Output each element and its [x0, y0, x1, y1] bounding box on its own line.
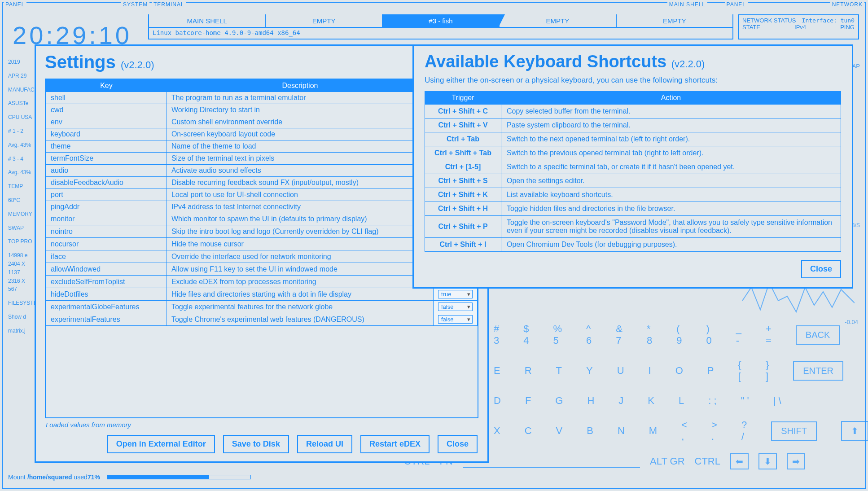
settings-save-to-disk-button[interactable]: Save to Disk — [223, 435, 289, 453]
key-ctrl[interactable]: CTRL — [695, 456, 720, 467]
key-i[interactable]: I — [649, 365, 651, 377]
settings-restart-edex-button[interactable]: Restart eDEX — [360, 435, 430, 453]
fs-mount-path: /home/squared — [27, 473, 72, 481]
net-col-ipv4: IPv4 — [794, 24, 806, 31]
key-back[interactable]: BACK — [796, 325, 840, 345]
key-0[interactable]: ) 0 — [706, 323, 711, 346]
uname-output: Linux batcore-home 4.9.0-9-amd64 x86_64 — [148, 28, 733, 39]
tab-0[interactable]: MAIN SHELL — [148, 14, 266, 27]
key-e[interactable]: E — [494, 365, 500, 377]
key-[interactable]: | \ — [773, 395, 781, 407]
settings-reload-ui-button[interactable]: Reload UI — [297, 435, 352, 453]
key-[interactable]: } ] — [766, 359, 769, 382]
key-r[interactable]: R — [525, 365, 532, 377]
setting-value[interactable]: true — [434, 288, 478, 301]
setting-key: keyboard — [46, 128, 167, 140]
setting-desc: Which monitor to spawn the UI in (defaul… — [167, 213, 433, 225]
key-[interactable]: ⬆ — [841, 421, 868, 441]
label-terminal: TERMINAL — [152, 1, 186, 8]
net-title: NETWORK STATUS — [742, 17, 796, 24]
settings-row: experimentalGlobeFeaturesToggle experime… — [46, 301, 478, 313]
setting-key: disableFeedbackAudio — [46, 177, 167, 189]
shortcut-row: Ctrl + Shift + PToggle the on-screen key… — [425, 216, 841, 238]
key-[interactable]: _ - — [736, 323, 741, 346]
key-n[interactable]: N — [618, 425, 625, 437]
settings-open-in-external-editor-button[interactable]: Open in External Editor — [107, 435, 215, 453]
key-[interactable]: : ; — [708, 395, 716, 407]
key-shift[interactable]: SHIFT — [771, 421, 817, 441]
shortcuts-version: (v2.2.0) — [671, 58, 705, 70]
tab-2[interactable]: #3 - fish — [383, 14, 500, 27]
key-y[interactable]: Y — [586, 365, 593, 377]
key-j[interactable]: J — [618, 395, 623, 407]
setting-desc: Skip the intro boot log and logo (Curren… — [167, 225, 433, 238]
key-v[interactable]: V — [556, 425, 563, 437]
key-[interactable]: " ' — [741, 395, 749, 407]
shortcut-row: Ctrl + Shift + IOpen Chromium Dev Tools … — [425, 238, 841, 252]
settings-close-button[interactable]: Close — [438, 435, 478, 453]
key-[interactable]: + = — [766, 323, 772, 346]
shortcuts-title: Available Keyboard Shortcuts (v2.2.0) — [425, 52, 841, 71]
key-p[interactable]: P — [707, 365, 714, 377]
shortcut-row: Ctrl + TabSwitch to the next opened term… — [425, 132, 841, 146]
key-[interactable]: ⬅ — [730, 453, 749, 469]
setting-desc: Override the interface used for network … — [167, 250, 433, 263]
setting-key: nocursor — [46, 238, 167, 250]
key-[interactable]: ➡ — [787, 453, 805, 469]
key-f[interactable]: F — [525, 395, 531, 407]
key-[interactable]: ⬇ — [758, 453, 777, 469]
key-k[interactable]: K — [648, 395, 654, 407]
fs-used-pct: 71% — [88, 473, 100, 481]
setting-value[interactable]: false — [434, 313, 478, 326]
shortcut-trigger: Ctrl + Shift + S — [425, 174, 501, 188]
key-h[interactable]: H — [587, 395, 594, 407]
setting-desc: Size of the terminal text in pixels — [167, 153, 433, 165]
key-4[interactable]: $ 4 — [523, 323, 529, 346]
tab-3[interactable]: EMPTY — [500, 14, 616, 27]
net-col-ping: PING — [840, 24, 855, 31]
key-8[interactable]: * 8 — [647, 323, 652, 346]
shortcut-trigger: Ctrl + Shift + I — [425, 238, 501, 252]
key-g[interactable]: G — [555, 395, 563, 407]
key-m[interactable]: M — [649, 425, 657, 437]
key-u[interactable]: U — [617, 365, 624, 377]
key-x[interactable]: X — [494, 425, 500, 437]
setting-key: termFontSize — [46, 153, 167, 165]
key-t[interactable]: T — [556, 365, 562, 377]
shortcut-action: Toggle the on-screen keyboard's "Passwor… — [501, 216, 841, 238]
col-desc: Description — [167, 80, 433, 92]
key-enter[interactable]: ENTER — [793, 361, 843, 381]
shortcuts-close-button[interactable]: Close — [801, 260, 841, 278]
key-7[interactable]: & 7 — [616, 323, 623, 346]
key-9[interactable]: ( 9 — [676, 323, 682, 346]
key-[interactable]: < , — [681, 419, 687, 443]
key-d[interactable]: D — [494, 395, 501, 407]
shortcut-row: Ctrl + Shift + VPaste system clipboard t… — [425, 118, 841, 132]
tab-4[interactable]: EMPTY — [617, 14, 733, 27]
fs-used-label: used — [74, 473, 88, 481]
col-action: Action — [501, 92, 841, 105]
key-altgr[interactable]: ALT GR — [650, 456, 684, 467]
setting-desc: Hide files and directories starting with… — [167, 288, 433, 301]
key-5[interactable]: % 5 — [553, 323, 562, 346]
key-l[interactable]: L — [679, 395, 684, 407]
key-o[interactable]: O — [675, 365, 683, 377]
shortcut-row: Ctrl + Shift + CCopy selected buffer fro… — [425, 105, 841, 118]
key-c[interactable]: C — [525, 425, 532, 437]
setting-desc: Disable recurring feedback sound FX (inp… — [167, 177, 433, 189]
key-b[interactable]: B — [587, 425, 593, 437]
key-space[interactable] — [463, 455, 640, 468]
key-6[interactable]: ^ 6 — [586, 323, 592, 346]
key-[interactable]: ? / — [741, 419, 747, 443]
key-[interactable]: { [ — [738, 359, 741, 382]
setting-desc: Custom shell environment override — [167, 116, 433, 128]
key-3[interactable]: # 3 — [494, 323, 499, 346]
tab-1[interactable]: EMPTY — [266, 14, 382, 27]
shortcut-trigger: Ctrl + Shift + P — [425, 216, 501, 238]
label-main-shell: MAIN SHELL — [667, 1, 707, 8]
shortcut-trigger: Ctrl + Shift + H — [425, 202, 501, 216]
setting-key: shell — [46, 92, 167, 104]
key-[interactable]: > . — [711, 419, 717, 443]
setting-value[interactable]: false — [434, 301, 478, 313]
setting-key: audio — [46, 165, 167, 177]
